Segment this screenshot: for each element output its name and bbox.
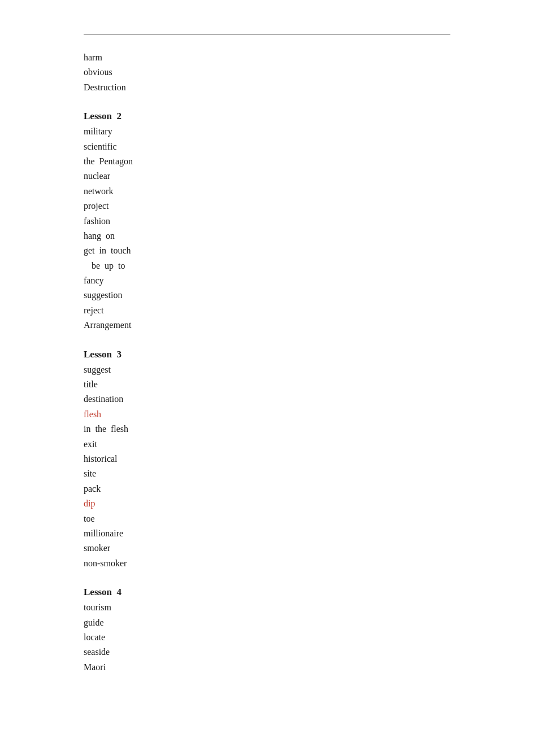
- lesson4-heading: Lesson 4: [84, 587, 450, 598]
- list-item: tourism: [84, 600, 450, 615]
- list-item: fancy: [84, 273, 450, 288]
- lesson3-word-list: suggest title destination flesh in the f…: [84, 362, 450, 571]
- lesson3-section: Lesson 3 suggest title destination flesh…: [84, 349, 450, 571]
- page: harm obvious Destruction Lesson 2 milita…: [0, 0, 534, 756]
- list-item: suggest: [84, 362, 450, 377]
- lesson2-heading: Lesson 2: [84, 111, 450, 122]
- list-item: reject: [84, 303, 450, 318]
- lesson3-heading: Lesson 3: [84, 349, 450, 360]
- top-divider: [84, 34, 450, 34]
- list-item: in the flesh: [84, 422, 450, 436]
- list-item: Destruction: [84, 80, 450, 95]
- list-item: Arrangement: [84, 318, 450, 333]
- lesson2-word-list: military scientific the Pentagon nuclear…: [84, 124, 450, 333]
- list-item: dip: [84, 496, 450, 511]
- lesson4-word-list: tourism guide locate seaside Maori: [84, 600, 450, 675]
- pre-lesson-word-list: harm obvious Destruction: [84, 50, 450, 95]
- list-item: harm: [84, 50, 450, 65]
- list-item: be up to: [84, 259, 450, 273]
- list-item: title: [84, 377, 450, 392]
- list-item: historical: [84, 452, 450, 466]
- list-item: hang on: [84, 229, 450, 243]
- list-item: smoker: [84, 541, 450, 556]
- list-item: exit: [84, 437, 450, 452]
- list-item: guide: [84, 615, 450, 630]
- list-item: obvious: [84, 65, 450, 80]
- list-item: non-smoker: [84, 556, 450, 571]
- list-item: Maori: [84, 660, 450, 675]
- lesson4-section: Lesson 4 tourism guide locate seaside Ma…: [84, 587, 450, 675]
- list-item: fashion: [84, 214, 450, 229]
- list-item: millionaire: [84, 526, 450, 541]
- list-item: nuclear: [84, 169, 450, 183]
- list-item: site: [84, 466, 450, 481]
- list-item: military: [84, 124, 450, 139]
- list-item: locate: [84, 630, 450, 645]
- list-item: destination: [84, 392, 450, 407]
- list-item: get in touch: [84, 243, 450, 258]
- list-item: pack: [84, 482, 450, 496]
- pre-lesson-section: harm obvious Destruction: [84, 50, 450, 95]
- list-item: scientific: [84, 139, 450, 154]
- list-item: project: [84, 199, 450, 213]
- lesson2-section: Lesson 2 military scientific the Pentago…: [84, 111, 450, 333]
- list-item: the Pentagon: [84, 154, 450, 169]
- list-item: network: [84, 184, 450, 199]
- list-item: seaside: [84, 645, 450, 659]
- list-item: flesh: [84, 407, 450, 422]
- list-item: suggestion: [84, 288, 450, 303]
- list-item: toe: [84, 512, 450, 526]
